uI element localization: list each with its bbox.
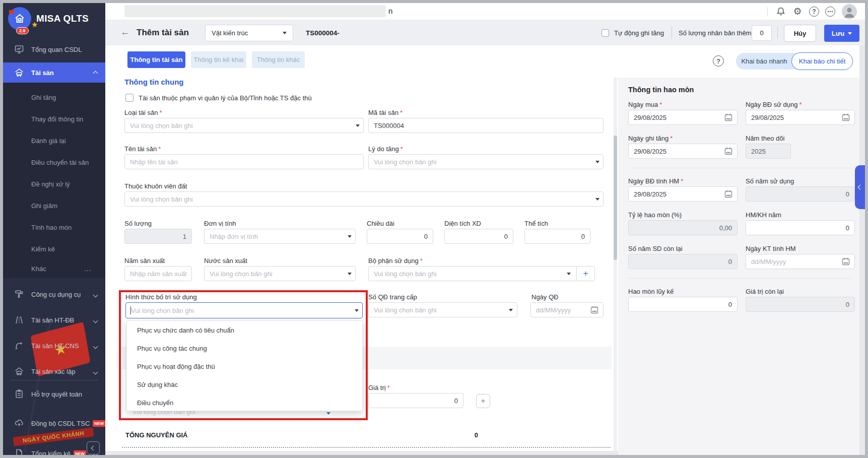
- so-nam-su-dung-input: [746, 186, 855, 202]
- panel-scrollbar-thumb[interactable]: [614, 136, 617, 260]
- save-button[interactable]: Lưu: [824, 25, 859, 42]
- calendar-icon[interactable]: [724, 147, 733, 156]
- sidebar-subitem-de-nghi-xu-ly[interactable]: Đề nghị xử lý: [3, 176, 105, 191]
- field-label-ngay-ghi-tang: Ngày ghi tăng*: [628, 135, 673, 142]
- sidebar-subitem-ghi-giam[interactable]: Ghi giảm: [3, 198, 105, 213]
- scope-checkbox[interactable]: [125, 94, 133, 102]
- tab-thong-tin-ke-khai[interactable]: Thông tin kê khai: [191, 51, 246, 68]
- bo-phan-su-dung-select[interactable]: [368, 266, 577, 281]
- sidebar-item-tai-san[interactable]: Tài sản: [3, 62, 105, 83]
- dien-tich-xd-input[interactable]: [444, 229, 513, 244]
- user-avatar[interactable]: [842, 4, 857, 19]
- sidebar-item-cong-cu-dung-cu[interactable]: Công cụ dụng cụ: [3, 284, 105, 304]
- ma-tai-san-input[interactable]: [368, 118, 604, 133]
- save-button-label: Lưu: [832, 30, 844, 37]
- sidebar-collapse-button[interactable]: [87, 441, 100, 454]
- cloud-sync-icon: [14, 418, 24, 428]
- road-icon: [14, 315, 24, 325]
- panel-title: Thông tin hao mòn: [628, 86, 694, 94]
- tab-thong-tin-tai-san[interactable]: Thông tin tài sản: [127, 51, 185, 68]
- sidebar-item-tai-san-ht-db[interactable]: Tài sản HT-ĐB: [3, 310, 105, 330]
- clone-count-input[interactable]: [752, 25, 772, 41]
- required-marker: *: [659, 101, 662, 108]
- hinh-thuc-option-list: Phục vụ chức danh có tiêu chuẩn Phục vụ …: [126, 320, 363, 411]
- don-vi-tinh-select[interactable]: [204, 229, 356, 244]
- sidebar-subitem-khac[interactable]: Khác ...: [3, 261, 105, 276]
- hinh-thuc-bo-tri-combobox[interactable]: [125, 302, 363, 318]
- gia-tri-input[interactable]: [368, 393, 463, 408]
- auto-record-checkbox[interactable]: [602, 29, 609, 37]
- hidden-select-sliver: Vui lòng chọn bản ghi: [126, 411, 363, 418]
- panel-collapse-tab[interactable]: [855, 165, 865, 209]
- the-tich-input[interactable]: [524, 229, 590, 244]
- field-label-the-tich: Thể tích: [524, 220, 548, 227]
- help-icon[interactable]: ?: [809, 6, 820, 17]
- subitem-label: Tính hao mòn: [31, 224, 72, 231]
- sidebar-item-dong-bo-csdl-tsc[interactable]: Đồng bộ CSDL TSC NEW: [3, 413, 105, 433]
- asset-icon: [14, 68, 24, 78]
- dropdown-option[interactable]: Sử dụng khác: [127, 375, 362, 394]
- asset-code-prefix: TS000004-: [306, 29, 340, 37]
- sidebar-item-tong-quan-csdl[interactable]: Tổng quan CSDL: [3, 39, 105, 59]
- hao-mon-luy-ke-input[interactable]: [628, 297, 738, 312]
- sidebar-subitem-tinh-hao-mon[interactable]: Tính hao mòn: [3, 220, 105, 235]
- sidebar-item-tai-san-xac-lap[interactable]: Tài sản xác lập: [3, 361, 105, 381]
- back-arrow-icon[interactable]: ←: [120, 27, 130, 38]
- ngay-qd-date-input[interactable]: [530, 302, 604, 317]
- required-marker: *: [158, 145, 161, 153]
- sidebar-subitem-kiem-ke[interactable]: Kiểm kê: [3, 241, 105, 256]
- dropdown-option[interactable]: Phục vụ chức danh có tiêu chuẩn: [127, 321, 362, 339]
- pipe-icon: [14, 341, 24, 351]
- dropdown-option[interactable]: Phục vụ hoạt động đặc thù: [127, 357, 362, 375]
- toggle-khai-bao-chi-tiet[interactable]: Khai báo chi tiết: [791, 52, 853, 70]
- ngay-ghi-tang-date-input[interactable]: [628, 144, 738, 159]
- hm-kh-nam-input[interactable]: [746, 220, 855, 235]
- loai-tai-san-select[interactable]: [124, 118, 364, 133]
- toggle-khai-bao-nhanh[interactable]: Khai báo nhanh: [736, 53, 792, 70]
- dropdown-option[interactable]: Phục vụ công tác chung: [127, 339, 362, 357]
- calendar-icon[interactable]: [841, 113, 850, 122]
- ngay-bd-su-dung-date-input[interactable]: [746, 110, 855, 125]
- nuoc-san-xuat-select[interactable]: [204, 266, 356, 281]
- panel-help-icon[interactable]: ?: [713, 55, 724, 67]
- tab-thong-tin-khac[interactable]: Thông tin khác: [252, 51, 305, 68]
- page-scrollbar-track[interactable]: [859, 45, 865, 455]
- thuoc-khuon-vien-dat-select[interactable]: [124, 191, 604, 207]
- add-gia-tri-row-button[interactable]: +: [476, 394, 490, 408]
- panel-scrollbar-track[interactable]: [614, 78, 617, 451]
- ngay-mua-date-input[interactable]: [628, 110, 738, 125]
- sidebar-subitem-thay-doi-thong-tin[interactable]: Thay đổi thông tin: [3, 111, 105, 126]
- sidebar-subitem-ghi-tang[interactable]: Ghi tăng: [3, 90, 105, 105]
- sidebar-item-tai-san-ht-cns[interactable]: Tài sản HT-CNS: [3, 336, 105, 356]
- ngay-bd-tinh-hm-date-input[interactable]: [628, 186, 738, 202]
- sidebar-divider: [10, 380, 98, 380]
- settings-gear-icon[interactable]: ⚙: [792, 6, 803, 17]
- nam-san-xuat-input[interactable]: [124, 266, 192, 281]
- sidebar-subitem-danh-gia-lai[interactable]: Đánh giá lại: [3, 133, 105, 148]
- so-qd-trang-cap-select[interactable]: [368, 302, 517, 317]
- new-badge: NEW: [93, 420, 105, 427]
- clipboard-icon: [14, 389, 24, 399]
- chieu-dai-input[interactable]: [367, 229, 433, 244]
- calendar-icon[interactable]: [724, 189, 733, 199]
- so-luong-input: [124, 229, 192, 244]
- add-bo-phan-button[interactable]: +: [576, 266, 595, 281]
- notifications-bell-icon[interactable]: [775, 6, 786, 17]
- calendar-icon[interactable]: [841, 257, 850, 266]
- sidebar-item-ho-tro-quyet-toan[interactable]: Hỗ trợ quyết toán: [3, 384, 105, 404]
- field-label-ngay-bd-tinh-hm: Ngày BĐ tính HM*: [628, 177, 683, 185]
- dropdown-option[interactable]: Điều chuyển: [127, 394, 362, 412]
- required-marker: *: [400, 109, 403, 116]
- org-name-partial: n: [388, 7, 392, 15]
- ly-do-tang-select[interactable]: [368, 154, 604, 169]
- ngay-kt-tinh-hm-date-input[interactable]: [746, 254, 855, 269]
- asset-type-dropdown[interactable]: Vật kiến trúc: [205, 25, 293, 41]
- field-label-ty-le-hao-mon: Tỷ lệ hao mòn (%): [628, 211, 682, 219]
- calendar-icon[interactable]: [724, 113, 733, 122]
- required-marker: *: [670, 135, 673, 142]
- more-options-icon[interactable]: ⋯: [825, 6, 836, 17]
- field-label-ten-tai-san: Tên tài sản*: [124, 145, 161, 153]
- sidebar-subitem-dieu-chuyen-tai-san[interactable]: Điều chuyển tài sản: [3, 155, 105, 170]
- cancel-button[interactable]: Hủy: [784, 25, 816, 42]
- ten-tai-san-input[interactable]: [124, 154, 364, 169]
